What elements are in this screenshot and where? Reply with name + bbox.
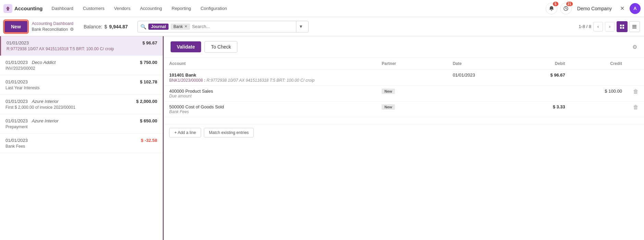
app-logo[interactable]: Accounting [3,4,43,13]
breadcrumb-area: Accounting Dashboard Bank Reconciliation… [32,21,74,32]
credit-1 [571,70,628,86]
date-2 [447,86,514,102]
tx-desc-4: First $ 2,000.00 of invoice 2023/00001 [5,105,157,110]
tx-desc-6: Bank Fees [5,144,157,149]
tx-desc-3: Last Year Interests [5,85,157,90]
delete-icon-2[interactable]: 🗑 [633,89,639,94]
transaction-item-5[interactable]: 01/01/2023 Azure Interior $ 650.00 Prepa… [0,114,163,134]
add-entry-button[interactable]: + Add a line [169,128,201,137]
kanban-view-button[interactable] [617,21,628,32]
tx-date-5: 01/01/2023 [5,118,28,123]
transaction-item-1[interactable]: 01/01/2023 $ 96.67 R:9772938 10/07 AX 94… [0,36,163,56]
tx-desc-5: Prepayment [5,124,157,129]
delete-icon-3[interactable]: 🗑 [633,104,639,110]
search-dropdown-arrow[interactable]: ▼ [296,21,306,32]
tx-amount-2: $ 750.00 [140,60,157,65]
tx-amount-6: $ -32.58 [141,138,157,143]
balance-amount: 9,944.87 [109,24,128,29]
action-2[interactable]: 🗑 [628,86,644,102]
col-header-date: Date [447,58,514,70]
transaction-item-2[interactable]: 01/01/2023 Deco Addict $ 750.00 INV/2023… [0,56,163,75]
svg-rect-2 [620,25,622,26]
sub-header: New Accounting Dashboard Bank Reconcilia… [0,17,644,36]
svg-rect-3 [622,25,624,26]
tx-partner-2: Deco Addict [32,60,56,65]
tx-date-2: 01/01/2023 [5,60,28,65]
user-avatar[interactable]: A [630,3,641,14]
sub-text-1: R:9772938 10/07 AX 9415116318 T:5 BRT: 1… [207,78,314,83]
to-check-button[interactable]: To Check [205,41,237,53]
action-bar: Validate To Check ⚙ [164,36,644,58]
bottom-bar: + Add a line Match existing entries [164,124,644,141]
main-content: 01/01/2023 $ 96.67 R:9772938 10/07 AX 94… [0,36,644,240]
action-3[interactable]: 🗑 [628,102,644,117]
tx-partner-5: Azure Interior [32,118,59,123]
nav-reporting[interactable]: Reporting [168,4,195,13]
new-button[interactable]: New [4,21,28,33]
clock-badge: 21 [566,2,573,6]
balance-label: Balance: [84,24,102,29]
validate-button[interactable]: Validate [171,41,201,52]
sub-link-1[interactable]: BNK1/2023/00008 [169,78,203,83]
tx-amount-1: $ 96.67 [143,40,157,45]
debit-1: $ 96.67 [514,70,571,86]
nav-customers[interactable]: Customers [79,4,109,13]
app-title: Accounting [14,5,43,11]
bell-notification-button[interactable]: 5 [546,3,557,14]
account-name-1: 101401 Bank [169,72,371,78]
partner-2: New [376,86,447,102]
pagination-next-button[interactable]: › [605,22,615,31]
reconciliation-table: Account Partner Date Debit Credit 101401… [164,58,644,117]
tx-amount-4: $ 2,000.00 [136,99,157,104]
debit-3: $ 3.33 [514,102,571,117]
tx-date-4: 01/01/2023 [5,99,28,104]
close-button[interactable]: ✕ [617,4,627,13]
search-bar: 🔍 Journal Bank ✕ ▼ [137,21,309,32]
transaction-item-4[interactable]: 01/01/2023 Azure Interior $ 2,000.00 Fir… [0,95,163,114]
list-view-button[interactable] [629,21,640,32]
tx-date-3: 01/01/2023 [5,79,28,84]
search-icon: 🔍 [140,24,146,29]
settings-gear-icon[interactable]: ⚙ [70,27,74,32]
journal-tag[interactable]: Journal [148,24,169,30]
account-name-3: 500000 Cost of Goods Sold [169,104,371,109]
bell-badge: 5 [553,2,558,6]
table-row: 101401 Bank BNK1/2023/00008 : R:9772938 … [164,70,644,86]
search-input[interactable] [192,24,294,29]
breadcrumb-label: Bank Reconciliation [32,27,68,32]
panel-settings-icon[interactable]: ⚙ [632,44,637,50]
new-badge-2: New [382,89,395,94]
transaction-item-3[interactable]: 01/01/2023 $ 102.78 Last Year Interests [0,75,163,95]
bank-tag-remove[interactable]: ✕ [184,24,187,29]
date-3 [447,102,514,117]
breadcrumb-current: Bank Reconciliation ⚙ [32,27,74,32]
clock-notification-button[interactable]: 21 [560,3,572,14]
svg-rect-4 [620,27,622,29]
transaction-list: 01/01/2023 $ 96.67 R:9772938 10/07 AX 94… [0,36,164,240]
bank-filter-tag[interactable]: Bank ✕ [171,24,190,30]
account-name-2: 400000 Product Sales [169,89,371,94]
col-header-action [628,58,644,70]
tx-desc-2: INV/2023/00002 [5,66,157,71]
sub-text-3: Bank Fees [169,109,371,114]
partner-3: New [376,102,447,117]
pagination-prev-button[interactable]: ‹ [593,22,603,31]
company-name[interactable]: Demo Company [574,4,615,13]
svg-rect-7 [632,26,636,27]
tx-desc-1: R:9772938 10/07 AX 9415116318 T:5 BRT: 1… [7,46,157,51]
col-header-debit: Debit [514,58,571,70]
transaction-item-6[interactable]: 01/01/2023 $ -32.58 Bank Fees [0,134,163,153]
nav-accounting[interactable]: Accounting [136,4,166,13]
svg-rect-6 [632,25,636,26]
view-switcher [617,21,640,32]
reconciliation-panel: Validate To Check ⚙ Account Partner Date… [164,36,644,240]
table-row: 400000 Product Sales Due amount New $ 10… [164,86,644,102]
credit-2: $ 100.00 [571,86,628,102]
new-badge-3: New [382,104,395,110]
nav-dashboard[interactable]: Dashboard [48,4,78,13]
breadcrumb-parent-link[interactable]: Accounting Dashboard [32,21,74,26]
match-existing-button[interactable]: Match existing entries [204,128,254,137]
nav-configuration[interactable]: Configuration [196,4,231,13]
nav-vendors[interactable]: Vendors [110,4,135,13]
table-row: 500000 Cost of Goods Sold Bank Fees New … [164,102,644,117]
